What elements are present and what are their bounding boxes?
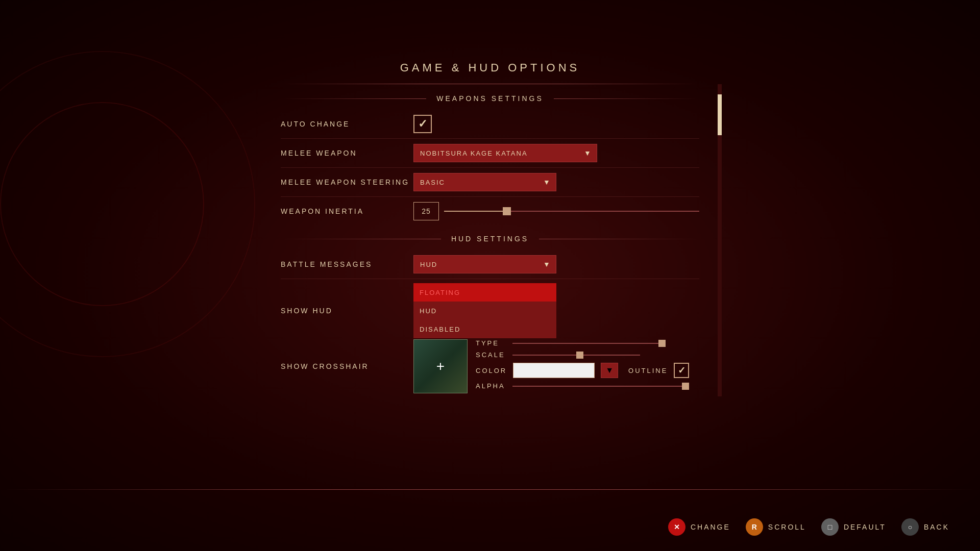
hud-section-line-left: [281, 239, 441, 239]
battle-messages-row: BATTLE MESSAGES HUD ▼: [281, 251, 699, 278]
option-disabled-text: DISABLED: [420, 325, 460, 333]
crosshair-preview: +: [413, 339, 468, 393]
scroll-control: R SCROLL: [746, 518, 806, 536]
melee-weapon-control: NOBITSURA KAGE KATANA ▼: [413, 144, 699, 162]
bottom-divider: [0, 489, 980, 490]
weapon-inertia-slider-container: 25: [413, 202, 699, 220]
show-crosshair-row: SHOW CROSSHAIR + TYPE: [281, 336, 699, 396]
outline-checkbox[interactable]: ✓: [674, 363, 689, 378]
back-button-icon[interactable]: ○: [901, 518, 919, 536]
crosshair-controls: TYPE SCALE: [476, 339, 689, 390]
show-hud-option-hud[interactable]: HUD: [413, 302, 556, 320]
type-thumb: [658, 340, 666, 347]
divider-3: [281, 196, 699, 197]
settings-panel: WEAPONS SETTINGS AUTO CHANGE MELEE WEAPO…: [281, 84, 699, 396]
show-hud-dropdown[interactable]: FLOATING HUD DISABLED: [413, 283, 556, 338]
melee-weapon-steering-dropdown[interactable]: BASIC ▼: [413, 173, 556, 191]
divider-1: [281, 138, 699, 139]
weapon-inertia-label: WEAPON INERTIA: [281, 207, 413, 215]
alpha-thumb: [682, 383, 689, 390]
hud-section-header: HUD SETTINGS: [281, 235, 699, 243]
auto-change-checkbox[interactable]: [413, 115, 432, 133]
show-hud-label: SHOW HUD: [281, 307, 413, 315]
back-button-label: BACK: [924, 523, 949, 531]
scrollbar-thumb: [718, 94, 722, 135]
auto-change-row: AUTO CHANGE: [281, 111, 699, 137]
page-title: GAME & HUD OPTIONS: [400, 61, 580, 74]
scrollbar[interactable]: [715, 84, 725, 396]
color-row: COLOR ▼ OUTLINE ✓: [476, 363, 689, 378]
default-button-label: DEFAULT: [844, 523, 886, 531]
hud-section-title: HUD SETTINGS: [441, 235, 539, 243]
show-crosshair-label: SHOW CROSSHAIR: [281, 362, 413, 370]
melee-weapon-steering-value: BASIC: [414, 179, 537, 186]
battle-messages-dropdown[interactable]: HUD ▼: [413, 255, 556, 273]
show-hud-dropdown-wrapper: FLOATING HUD DISABLED: [413, 283, 556, 338]
weapon-inertia-row: WEAPON INERTIA 25: [281, 198, 699, 224]
melee-weapon-steering-label: MELEE WEAPON STEERING: [281, 178, 413, 186]
scale-label: SCALE: [476, 351, 506, 359]
battle-messages-label: BATTLE MESSAGES: [281, 260, 413, 268]
melee-weapon-value: NOBITSURA KAGE KATANA: [414, 149, 578, 157]
melee-weapon-steering-row: MELEE WEAPON STEERING BASIC ▼: [281, 169, 699, 195]
change-control: ✕ CHANGE: [668, 518, 730, 536]
section-line-left: [281, 98, 426, 99]
divider-2: [281, 167, 699, 168]
scroll-button-icon[interactable]: R: [746, 518, 763, 536]
show-hud-option-floating[interactable]: FLOATING: [413, 283, 556, 302]
show-hud-control: FLOATING HUD DISABLED: [413, 283, 699, 338]
scale-track[interactable]: [512, 355, 640, 356]
scale-thumb: [576, 352, 583, 359]
melee-weapon-arrow-icon: ▼: [578, 144, 597, 162]
battle-messages-control: HUD ▼: [413, 255, 699, 273]
melee-weapon-steering-arrow-icon: ▼: [537, 173, 556, 191]
default-icon-symbol: □: [828, 523, 832, 531]
weapons-section-header: WEAPONS SETTINGS: [281, 94, 699, 103]
melee-weapon-row: MELEE WEAPON NOBITSURA KAGE KATANA ▼: [281, 140, 699, 166]
hud-section-line-right: [539, 239, 699, 239]
color-box[interactable]: [513, 363, 595, 378]
back-icon-symbol: ○: [908, 523, 912, 531]
outline-check-icon: ✓: [678, 365, 685, 376]
change-icon-symbol: ✕: [674, 523, 680, 531]
weapon-inertia-track[interactable]: [444, 211, 699, 212]
crosshair-full-section: + TYPE SCALE: [413, 339, 689, 393]
auto-change-control: [413, 115, 699, 133]
chevron-down-icon: ▼: [605, 366, 614, 375]
divider-4: [281, 279, 699, 279]
scroll-button-label: SCROLL: [768, 523, 806, 531]
default-button-icon[interactable]: □: [821, 518, 839, 536]
bottom-controls-bar: ✕ CHANGE R SCROLL □ DEFAULT ○ BACK: [668, 518, 949, 536]
default-control: □ DEFAULT: [821, 518, 886, 536]
battle-messages-arrow-icon: ▼: [537, 255, 556, 273]
option-floating-text: FLOATING: [420, 289, 460, 296]
color-dropdown[interactable]: ▼: [601, 363, 618, 378]
melee-weapon-dropdown[interactable]: NOBITSURA KAGE KATANA ▼: [413, 144, 597, 162]
scale-row: SCALE: [476, 351, 689, 359]
section-line-right: [554, 98, 699, 99]
crosshair-symbol: +: [436, 359, 445, 373]
change-button-icon[interactable]: ✕: [668, 518, 685, 536]
outline-label: OUTLINE: [628, 367, 668, 374]
color-label: COLOR: [476, 367, 507, 374]
auto-change-label: AUTO CHANGE: [281, 120, 413, 128]
melee-weapon-steering-control: BASIC ▼: [413, 173, 699, 191]
main-container: GAME & HUD OPTIONS WEAPONS SETTINGS AUTO…: [0, 0, 980, 551]
scroll-icon-symbol: R: [752, 523, 757, 531]
weapon-inertia-fill: [444, 211, 503, 212]
battle-messages-value: HUD: [414, 261, 537, 268]
weapon-inertia-value: 25: [422, 207, 431, 215]
weapons-section-title: WEAPONS SETTINGS: [426, 94, 553, 103]
weapon-inertia-thumb: [503, 207, 511, 215]
alpha-row: ALPHA: [476, 382, 689, 390]
type-track[interactable]: [512, 343, 666, 344]
alpha-track[interactable]: [512, 386, 689, 387]
melee-weapon-label: MELEE WEAPON: [281, 149, 413, 157]
change-button-label: CHANGE: [691, 523, 730, 531]
weapon-inertia-control: 25: [413, 202, 699, 220]
option-hud-text: HUD: [420, 307, 437, 315]
scrollbar-track: [718, 84, 722, 396]
show-hud-option-disabled[interactable]: DISABLED: [413, 320, 556, 338]
type-row: TYPE: [476, 339, 689, 347]
alpha-label: ALPHA: [476, 382, 506, 390]
